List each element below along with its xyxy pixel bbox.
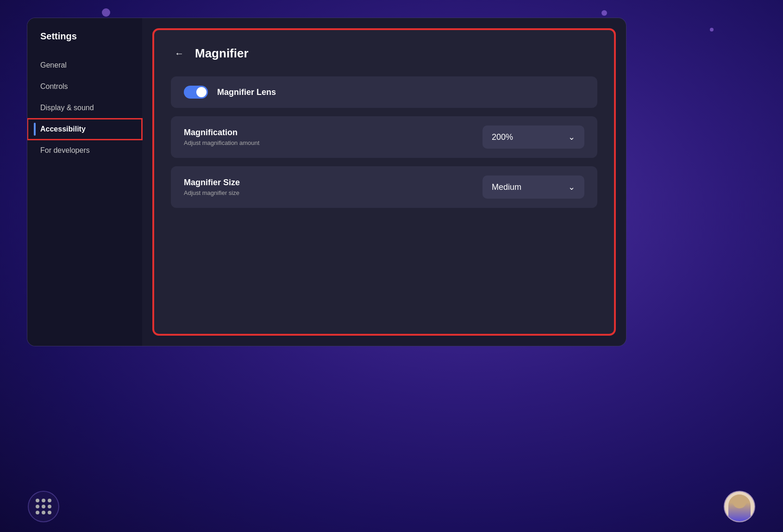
panel-header: ← Magnifier [171, 45, 597, 62]
sidebar-item-controls[interactable]: Controls [27, 76, 142, 97]
inner-panel: ← Magnifier Magnifier Lens Magnification… [152, 28, 616, 336]
main-window: Settings General Controls Display & soun… [27, 18, 626, 346]
sidebar-item-general[interactable]: General [27, 55, 142, 76]
sidebar-item-for-developers[interactable]: For developers [27, 140, 142, 161]
magnifier-size-chevron-icon: ⌄ [568, 182, 575, 192]
grid-dot [42, 511, 45, 514]
magnification-name: Magnification [184, 128, 259, 138]
magnification-chevron-icon: ⌄ [568, 132, 575, 142]
sidebar-title: Settings [27, 31, 142, 55]
bg-decoration-3 [710, 28, 714, 31]
apps-grid-icon [36, 499, 51, 514]
apps-button[interactable] [28, 491, 59, 522]
avatar-head [733, 494, 746, 508]
grid-dot [36, 505, 39, 508]
magnification-row: Magnification Adjust magnification amoun… [171, 116, 597, 158]
avatar-button[interactable] [724, 491, 755, 522]
grid-dot [36, 511, 39, 514]
sidebar: Settings General Controls Display & soun… [27, 18, 142, 346]
magnifier-lens-toggle[interactable] [184, 86, 208, 99]
grid-dot [42, 499, 45, 502]
magnifier-size-dropdown[interactable]: Medium ⌄ [482, 175, 584, 199]
grid-dot [48, 505, 51, 508]
bg-decoration-2 [601, 10, 607, 16]
sidebar-item-display-sound[interactable]: Display & sound [27, 97, 142, 119]
magnifier-size-value: Medium [492, 182, 521, 192]
taskbar [0, 481, 783, 532]
sidebar-item-accessibility[interactable]: Accessibility [27, 119, 142, 140]
magnification-dropdown[interactable]: 200% ⌄ [482, 125, 584, 149]
grid-dot [42, 505, 45, 508]
content-area: ← Magnifier Magnifier Lens Magnification… [142, 18, 626, 346]
magnifier-size-name: Magnifier Size [184, 178, 240, 188]
magnification-desc: Adjust magnification amount [184, 139, 259, 146]
grid-dot [48, 499, 51, 502]
bg-decoration-1 [102, 8, 110, 17]
magnifier-lens-row: Magnifier Lens [171, 76, 597, 108]
grid-dot [48, 511, 51, 514]
back-button[interactable]: ← [171, 45, 188, 62]
magnifier-size-row: Magnifier Size Adjust magnifier size Med… [171, 166, 597, 208]
magnifier-size-info: Magnifier Size Adjust magnifier size [184, 178, 240, 196]
magnifier-size-desc: Adjust magnifier size [184, 189, 240, 196]
grid-dot [36, 499, 39, 502]
panel-title: Magnifier [195, 46, 249, 61]
magnification-info: Magnification Adjust magnification amoun… [184, 128, 259, 146]
magnifier-lens-label: Magnifier Lens [217, 88, 276, 97]
avatar-figure [728, 494, 751, 521]
magnification-value: 200% [492, 132, 513, 142]
